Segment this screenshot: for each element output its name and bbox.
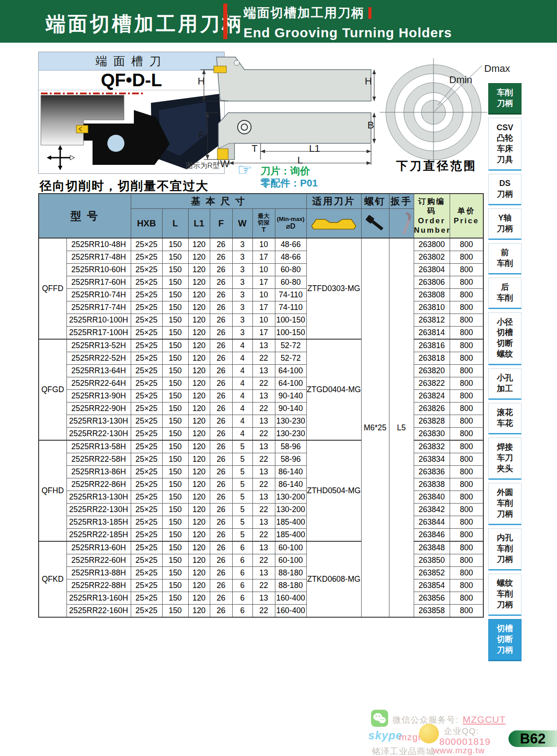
wechat-icon <box>371 710 388 727</box>
cell-order: 263800 <box>414 238 450 251</box>
cell-hxb: 25×25 <box>131 428 162 441</box>
cell-t: 10 <box>252 289 275 301</box>
table-row: 2525RR17-60H25×251501202631760-802638068… <box>39 276 483 289</box>
cell-l: 150 <box>162 276 188 289</box>
sidebar-item-小径切槽切断螺纹[interactable]: 小径 切槽 切断 螺纹 <box>488 312 522 365</box>
sidebar-item-CSV凸轮车床刀具[interactable]: CSV 凸轮 车床 刀具 <box>488 118 522 171</box>
cell-l1: 120 <box>188 289 210 301</box>
cell-w: 6 <box>232 541 252 554</box>
cell-price: 800 <box>450 390 483 402</box>
sidebar-item-切槽切断刀柄[interactable]: 切槽 切断 刀柄 <box>488 619 522 661</box>
sidebar-item-DS刀柄[interactable]: DS 刀柄 <box>488 174 522 205</box>
cell-f: 26 <box>210 314 232 327</box>
cell-f: 26 <box>210 301 232 314</box>
cell-f: 26 <box>210 289 232 301</box>
cell-l: 150 <box>162 428 188 441</box>
table-row: 2525RR22-64H25×251501202642264-100263822… <box>39 377 483 390</box>
cell-w: 4 <box>232 415 252 428</box>
cell-order: 263806 <box>414 276 450 289</box>
cell-hxb: 25×25 <box>131 579 162 592</box>
cell-order: 263826 <box>414 402 450 415</box>
sidebar-item-内孔车削刀柄[interactable]: 内孔 车削 刀柄 <box>488 528 522 570</box>
cell-l: 150 <box>162 516 188 529</box>
cell-order: 263820 <box>414 365 450 377</box>
insert-name: ZTKD0608-MG <box>306 541 361 617</box>
sidebar-item-Y轴刀柄[interactable]: Y轴 刀柄 <box>488 208 522 240</box>
page-title-cn-small: 端面切槽加工用刀柄 <box>243 4 365 22</box>
table-row: QFKD2525RR13-60H25×251501202661360-100ZT… <box>39 541 483 554</box>
dim-label-b: B <box>367 119 374 131</box>
cell-w: 5 <box>232 440 252 453</box>
cell-w: 6 <box>232 605 252 618</box>
cell-model: 2525RR10-74H <box>66 289 131 301</box>
cell-order: 263834 <box>414 453 450 466</box>
sidebar-item-后车削[interactable]: 后 车削 <box>488 278 522 309</box>
cell-d: 130-230 <box>275 428 306 441</box>
cell-f: 26 <box>210 579 232 592</box>
cell-w: 6 <box>232 579 252 592</box>
cell-order: 263804 <box>414 264 450 276</box>
sidebar-item-焊接车刀夹头[interactable]: 焊接 车刀 夹头 <box>488 438 522 480</box>
cell-w: 5 <box>232 453 252 466</box>
cell-f: 26 <box>210 529 232 542</box>
cell-model: 2525RR13-90H <box>66 390 131 402</box>
sidebar-item-外圆车削刀柄[interactable]: 外圆 车削 刀柄 <box>488 483 522 525</box>
cell-w: 3 <box>232 289 252 301</box>
cell-order: 263838 <box>414 478 450 491</box>
cell-l1: 120 <box>188 365 210 377</box>
cell-t: 13 <box>252 491 275 504</box>
cell-hxb: 25×25 <box>131 276 162 289</box>
col-header-model: 型 号 <box>39 194 131 238</box>
cell-hxb: 25×25 <box>131 314 162 327</box>
cell-order: 263810 <box>414 301 450 314</box>
sidebar-item-滚花车花[interactable]: 滚花 车花 <box>488 403 522 434</box>
cell-l: 150 <box>162 264 188 276</box>
cell-f: 26 <box>210 478 232 491</box>
table-row: 2525RR13-88H25×251501202661388-180263852… <box>39 567 483 579</box>
cell-hxb: 25×25 <box>131 390 162 402</box>
sidebar-item-车削刀柄[interactable]: 车削 刀柄 <box>488 83 522 115</box>
cell-l1: 120 <box>188 491 210 504</box>
cell-d: 60-80 <box>275 264 306 276</box>
cell-hxb: 25×25 <box>131 339 162 352</box>
table-row: QFFD2525RR10-48H25×251501202631048-66ZTF… <box>39 238 483 251</box>
cell-price: 800 <box>450 529 483 542</box>
catalog-table-body: QFFD2525RR10-48H25×251501202631048-66ZTF… <box>39 238 483 617</box>
col-header-w: W <box>232 209 252 239</box>
header-divider <box>223 4 227 39</box>
holder-dimension-drawing <box>193 47 377 165</box>
cell-model: 2525RR10-48H <box>66 238 131 251</box>
table-row: 2525RR13-64H25×251501202641364-100263820… <box>39 365 483 377</box>
cell-f: 26 <box>210 592 232 605</box>
qq-label: 企业QQ: <box>444 725 479 737</box>
cell-l: 150 <box>162 365 188 377</box>
cell-hxb: 25×25 <box>131 491 162 504</box>
cell-l: 150 <box>162 466 188 478</box>
cell-order: 263844 <box>414 516 450 529</box>
cell-t: 22 <box>252 428 275 441</box>
cell-model: 2525RR13-185H <box>66 516 131 529</box>
cell-l1: 120 <box>188 301 210 314</box>
sidebar-item-螺纹车削刀柄[interactable]: 螺纹 车削 刀柄 <box>488 574 522 616</box>
cell-l1: 120 <box>188 579 210 592</box>
diameter-range-caption: 下刀直径范围 <box>396 158 477 174</box>
cell-hxb: 25×25 <box>131 440 162 453</box>
cell-w: 5 <box>232 466 252 478</box>
cell-price: 800 <box>450 377 483 390</box>
cell-price: 800 <box>450 579 483 592</box>
cell-order: 263802 <box>414 251 450 264</box>
cell-d: 74-110 <box>275 301 306 314</box>
screw-image-cell <box>361 209 389 239</box>
col-header-diameter: (Min-max) ⌀D <box>275 209 306 239</box>
cell-order: 263830 <box>414 428 450 441</box>
sidebar-item-前车削[interactable]: 前 车削 <box>488 243 522 274</box>
sidebar-item-小孔加工[interactable]: 小孔 加工 <box>488 368 522 400</box>
cell-d: 100-150 <box>275 327 306 340</box>
cell-l1: 120 <box>188 251 210 264</box>
cell-l: 150 <box>162 440 188 453</box>
cell-model: 2525RR22-88H <box>66 579 131 592</box>
insert-image-cell <box>306 209 361 239</box>
mall-url[interactable]: www.mzg.tw <box>433 746 485 756</box>
cell-f: 26 <box>210 377 232 390</box>
group-label: QFFD <box>39 238 66 339</box>
